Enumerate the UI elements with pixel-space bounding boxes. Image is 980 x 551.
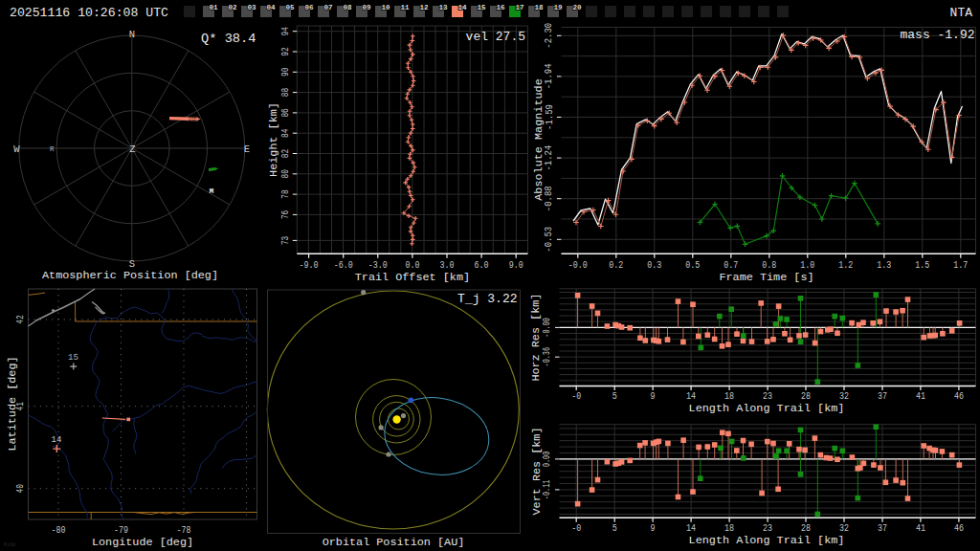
svg-text:mass -1.92: mass -1.92 (900, 28, 974, 42)
svg-text:Height [km]: Height [km] (267, 102, 280, 177)
svg-text:18: 18 (724, 390, 734, 402)
svg-text:16: 16 (497, 4, 506, 11)
svg-text:R: R (50, 145, 55, 153)
svg-text:0.0: 0.0 (405, 259, 419, 271)
svg-text:E: E (244, 143, 250, 155)
svg-text:14: 14 (458, 4, 468, 11)
svg-text:18: 18 (724, 522, 734, 534)
svg-text:NTA: NTA (950, 6, 973, 20)
svg-text:1.3: 1.3 (877, 259, 891, 271)
svg-text:42: 42 (14, 315, 26, 323)
svg-text:1.7: 1.7 (953, 259, 968, 271)
svg-text:94: 94 (279, 27, 291, 35)
svg-text:41: 41 (916, 522, 925, 534)
svg-text:PyGd: PyGd (4, 542, 15, 548)
svg-text:14: 14 (52, 435, 62, 445)
svg-text:1.2: 1.2 (838, 259, 853, 271)
svg-text:80: 80 (279, 169, 291, 178)
svg-text:-2.30: -2.30 (544, 23, 555, 49)
svg-text:Latitude [deg]: Latitude [deg] (6, 356, 19, 451)
svg-text:Absolute Magnitude: Absolute Magnitude (532, 78, 546, 200)
svg-text:37: 37 (878, 390, 887, 402)
svg-text:W: W (13, 143, 20, 155)
svg-text:90: 90 (279, 68, 291, 77)
svg-text:15: 15 (478, 4, 487, 11)
svg-text:84: 84 (279, 129, 291, 138)
svg-text:41: 41 (916, 390, 925, 402)
svg-text:-79: -79 (114, 524, 128, 536)
svg-text:11: 11 (401, 4, 411, 11)
svg-text:73: 73 (279, 236, 291, 245)
svg-text:40: 40 (14, 484, 26, 493)
svg-text:vel 27.5: vel 27.5 (466, 30, 525, 44)
svg-text:23: 23 (763, 390, 772, 402)
svg-text:0.00: 0.00 (543, 452, 553, 467)
svg-text:-78: -78 (177, 524, 191, 536)
svg-text:-0: -0 (571, 522, 581, 534)
svg-text:08: 08 (344, 4, 353, 11)
svg-text:05: 05 (286, 4, 296, 11)
svg-text:10: 10 (382, 4, 391, 11)
svg-text:Longitude [deg]: Longitude [deg] (92, 536, 193, 549)
svg-text:23: 23 (763, 522, 772, 534)
svg-text:32: 32 (839, 522, 849, 534)
svg-text:1.0: 1.0 (800, 259, 814, 271)
svg-text:Trail Offset [km]: Trail Offset [km] (355, 271, 470, 284)
svg-text:76: 76 (279, 210, 291, 219)
svg-text:07: 07 (324, 4, 334, 11)
svg-text:-80: -80 (52, 524, 66, 536)
svg-text:-3.0: -3.0 (368, 259, 388, 271)
svg-text:Frame Time [s]: Frame Time [s] (719, 271, 813, 284)
svg-text:37: 37 (878, 522, 887, 534)
svg-text:04: 04 (267, 4, 277, 11)
svg-text:03: 03 (248, 4, 257, 11)
svg-text:20251116 10:26:08 UTC: 20251116 10:26:08 UTC (10, 6, 168, 20)
svg-text:14: 14 (686, 522, 696, 534)
svg-text:Length Along Trail [km]: Length Along Trail [km] (689, 534, 845, 547)
svg-text:82: 82 (279, 149, 291, 158)
svg-text:02: 02 (229, 4, 238, 11)
svg-text:Horz Res [km]: Horz Res [km] (530, 294, 544, 382)
svg-text:Vert Res [km]: Vert Res [km] (530, 427, 544, 515)
svg-text:46: 46 (954, 522, 964, 534)
svg-text:9.0: 9.0 (509, 259, 523, 271)
svg-text:15: 15 (68, 353, 78, 363)
svg-text:Q* 38.4: Q* 38.4 (201, 32, 256, 46)
svg-text:-0.00: -0.00 (543, 318, 553, 338)
svg-text:0.2: 0.2 (609, 259, 623, 271)
svg-text:32: 32 (839, 390, 849, 402)
svg-text:9: 9 (651, 390, 656, 402)
svg-text:28: 28 (801, 390, 811, 402)
svg-text:0.3: 0.3 (647, 259, 661, 271)
svg-text:01: 01 (210, 4, 219, 11)
svg-text:-6.0: -6.0 (334, 259, 353, 271)
svg-text:18: 18 (535, 4, 545, 11)
svg-text:-0: -0 (571, 390, 581, 402)
svg-text:3.0: 3.0 (440, 259, 455, 271)
svg-text:20: 20 (573, 4, 583, 11)
svg-text:0.7: 0.7 (724, 259, 738, 271)
svg-text:14: 14 (686, 390, 696, 402)
svg-text:Atmospheric Position [deg]: Atmospheric Position [deg] (42, 269, 218, 282)
svg-text:9: 9 (651, 522, 656, 534)
svg-text:06: 06 (305, 4, 315, 11)
svg-text:19: 19 (554, 4, 564, 11)
svg-text:12: 12 (420, 4, 430, 11)
svg-text:6.0: 6.0 (475, 259, 489, 271)
svg-text:M: M (210, 187, 214, 195)
svg-text:17: 17 (516, 4, 525, 11)
svg-text:0.5: 0.5 (685, 259, 700, 271)
svg-text:-9.0: -9.0 (300, 259, 319, 271)
svg-text:0.8: 0.8 (762, 259, 776, 271)
svg-text:-0.36: -0.36 (543, 347, 553, 367)
svg-text:Orbital Position [AU]: Orbital Position [AU] (323, 536, 465, 549)
svg-text:Length Along Trail [km]: Length Along Trail [km] (689, 402, 845, 415)
svg-text:T_j 3.22: T_j 3.22 (457, 292, 517, 306)
svg-text:-0.11: -0.11 (543, 480, 553, 500)
svg-text:-0.53: -0.53 (544, 227, 555, 253)
svg-text:Z: Z (129, 143, 135, 155)
svg-text:1.5: 1.5 (915, 259, 929, 271)
svg-text:46: 46 (954, 390, 964, 402)
svg-text:-0.0: -0.0 (568, 259, 588, 271)
svg-text:5: 5 (612, 390, 617, 402)
